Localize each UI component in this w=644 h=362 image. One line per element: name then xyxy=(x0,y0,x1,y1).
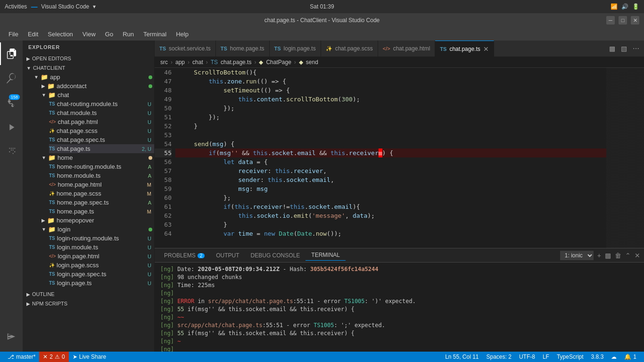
terminal-content[interactable]: [ng] Date: 2020-05-08T20:09:34.212Z - Ha… xyxy=(155,263,644,352)
tree-login-folder[interactable]: ▼ 📁 login xyxy=(30,225,154,234)
kill-terminal-button[interactable]: 🗑 xyxy=(615,252,621,259)
status-language[interactable]: TypeScript xyxy=(553,352,587,362)
os-topbar-left: Activities ⸻ Visual Studio Code ▾ xyxy=(5,3,96,10)
tree-login-scss[interactable]: ✨ login.page.scss U xyxy=(49,261,154,270)
menu-selection[interactable]: Selection xyxy=(43,29,77,40)
add-terminal-button[interactable]: + xyxy=(597,252,601,259)
status-spaces[interactable]: Spaces: 2 xyxy=(483,352,515,362)
sidebar-item-extensions[interactable] xyxy=(0,140,23,163)
menu-run[interactable]: Run xyxy=(118,29,139,40)
tree-app[interactable]: ▼ 📁 app xyxy=(30,73,154,82)
minimize-button[interactable]: ─ xyxy=(606,16,615,25)
tree-chat-folder[interactable]: ▼ 📁 chat xyxy=(30,90,154,99)
status-liveshare[interactable]: ➤ Live Share xyxy=(69,352,110,362)
tree-home-spec[interactable]: TS home.page.spec.ts A xyxy=(49,198,154,207)
terminal-selector[interactable]: 1: ionic xyxy=(560,251,594,260)
close-panel-button[interactable]: ✕ xyxy=(635,252,640,259)
breadcrumb-file[interactable]: chat.page.ts xyxy=(221,59,251,66)
tree-chat-module-status: U xyxy=(148,110,151,116)
sidebar-item-search[interactable] xyxy=(0,67,23,90)
tab-socket-service[interactable]: TS socket.service.ts xyxy=(155,41,216,57)
breadcrumb-method[interactable]: send xyxy=(306,59,318,66)
tree-home-folder[interactable]: ▼ 📁 home xyxy=(30,153,154,162)
tab-chat-html[interactable]: </> chat.page.html xyxy=(378,41,436,57)
breadcrumb-src[interactable]: src xyxy=(160,59,168,66)
menu-help[interactable]: Help xyxy=(171,29,193,40)
panel-tab-debug-console[interactable]: DEBUG CONSOLE xyxy=(245,250,306,261)
activities-label[interactable]: Activities xyxy=(5,3,27,10)
breadcrumb-class-icon: ◆ xyxy=(259,59,263,66)
tab-login-page[interactable]: TS login.page.ts xyxy=(270,41,321,57)
panel-tab-problems[interactable]: PROBLEMS2 xyxy=(158,250,210,261)
tree-login-ts[interactable]: TS login.page.ts U xyxy=(49,279,154,288)
split-terminal-button[interactable]: ▩ xyxy=(605,252,611,259)
panel-tab-output[interactable]: OUTPUT xyxy=(210,250,245,261)
status-encoding[interactable]: UTF-8 xyxy=(515,352,539,362)
tab-chat-scss[interactable]: ✨ chat.page.scss xyxy=(321,41,378,57)
tree-chat-module[interactable]: TS chat.module.ts U xyxy=(49,108,154,117)
status-right: Ln 55, Col 11 Spaces: 2 UTF-8 LF TypeScr… xyxy=(441,352,640,362)
code-content[interactable]: ScrollToBottom(){ this.zone.run(() => { … xyxy=(175,68,606,248)
outline-section[interactable]: ▶ OUTLINE xyxy=(23,289,154,299)
tree-homepopover[interactable]: ▶ 📁 homepopover xyxy=(30,216,154,225)
menu-edit[interactable]: Edit xyxy=(23,29,43,40)
breadcrumb-chat[interactable]: chat xyxy=(192,59,203,66)
sidebar-item-remote[interactable] xyxy=(0,325,23,348)
tree-home-routing[interactable]: TS home-routing.module.ts A xyxy=(49,162,154,171)
tree-home-scss[interactable]: ✨ home.page.scss M xyxy=(49,189,154,198)
status-branch[interactable]: ⎇ master* xyxy=(4,352,39,362)
menu-terminal[interactable]: Terminal xyxy=(139,29,171,40)
terminal-line-9: [ng] 55 if(msg'' && this.socket.email &&… xyxy=(160,329,638,337)
sidebar-item-source-control[interactable]: 158 xyxy=(0,91,23,114)
tree-chat-spec[interactable]: TS chat.page.spec.ts U xyxy=(49,135,154,144)
tree-chat-routing[interactable]: TS chat-routing.module.ts U xyxy=(49,99,154,108)
tree-home-module-status: A xyxy=(148,173,151,179)
toggle-panel-button[interactable]: ▧ xyxy=(619,44,629,53)
sidebar-item-explorer[interactable] xyxy=(0,42,23,65)
minimap-content xyxy=(606,68,644,248)
close-button[interactable]: ✕ xyxy=(631,16,639,25)
chatclient-section[interactable]: ▼ CHATCLIENT xyxy=(23,63,154,73)
panel-tab-terminal[interactable]: TERMINAL xyxy=(305,250,346,261)
breadcrumb-class[interactable]: ChatPage xyxy=(266,59,291,66)
tree-home-module[interactable]: TS home.module.ts A xyxy=(49,171,154,180)
tree-addcontact[interactable]: ▶ 📁 addcontact xyxy=(30,82,154,90)
tab-close-button[interactable]: ✕ xyxy=(483,45,489,53)
status-errors[interactable]: ✕ 2 ⚠ 0 xyxy=(39,352,68,362)
tab-home-page[interactable]: TS home.page.ts xyxy=(216,41,270,57)
status-liveshare-label: Live Share xyxy=(79,354,106,360)
code-line-51: }); xyxy=(175,113,606,122)
status-version[interactable]: 3.8.3 xyxy=(587,352,608,362)
maximize-button[interactable]: □ xyxy=(619,16,627,25)
tree-login-html[interactable]: </> login.page.html U xyxy=(49,252,154,261)
more-actions-button[interactable]: ⋯ xyxy=(631,44,641,53)
split-editor-button[interactable]: ▩ xyxy=(607,44,617,53)
npm-scripts-section[interactable]: ▶ NPM SCRIPTS xyxy=(23,299,154,308)
status-line-ending[interactable]: LF xyxy=(539,352,553,362)
tree-login-spec[interactable]: TS login.page.spec.ts U xyxy=(49,270,154,279)
menu-view[interactable]: View xyxy=(78,29,100,40)
tree-chat-html[interactable]: </> chat.page.html U xyxy=(49,117,154,126)
tree-app-label: app xyxy=(50,74,149,81)
menu-file[interactable]: File xyxy=(4,29,23,40)
tree-login-routing[interactable]: TS login-routing.module.ts U xyxy=(49,234,154,243)
breadcrumb-app[interactable]: app xyxy=(175,59,185,66)
maximize-panel-button[interactable]: ⌃ xyxy=(625,252,631,259)
tree-chat-scss[interactable]: ✨ chat.page.scss U xyxy=(49,126,154,135)
tree-login-module[interactable]: TS login.module.ts U xyxy=(49,243,154,252)
open-editors-section[interactable]: ▶ OPEN EDITORS xyxy=(23,54,154,63)
tree-chat-module-label: chat.module.ts xyxy=(57,109,148,116)
tree-home-ts[interactable]: TS home.page.ts M xyxy=(49,207,154,216)
status-notification[interactable]: 🔔 1 xyxy=(620,352,640,362)
problems-badge: 2 xyxy=(198,253,205,258)
tree-home-html[interactable]: </> home.page.html M xyxy=(49,180,154,189)
sidebar-item-run[interactable] xyxy=(0,116,23,139)
tree-chat-page-ts[interactable]: TS chat.page.ts 2, U xyxy=(49,144,154,153)
status-ln-col[interactable]: Ln 55, Col 11 xyxy=(441,352,482,362)
tab-chat-ts[interactable]: TS chat.page.ts ✕ xyxy=(435,41,494,57)
code-editor[interactable]: 46 47 48 49 50 51 52 53 54 55 56 57 58 5… xyxy=(155,68,606,248)
folder-icon: 📁 xyxy=(47,82,55,90)
status-remote-icon[interactable]: ☁ xyxy=(607,352,620,362)
tree-login-routing-status: U xyxy=(148,236,151,241)
menu-go[interactable]: Go xyxy=(100,29,118,40)
